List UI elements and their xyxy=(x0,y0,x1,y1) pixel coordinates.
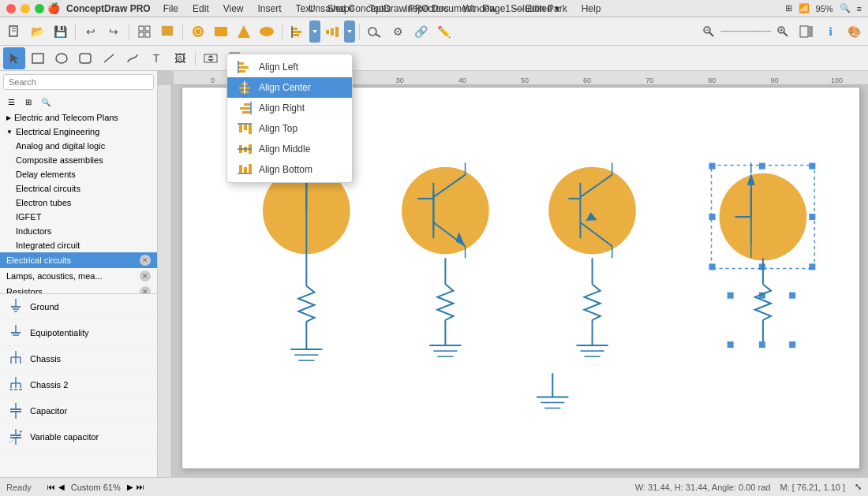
scroll-right-btn[interactable]: ⏭ xyxy=(137,483,144,491)
sub-label-analog: Analog and digital logic xyxy=(16,141,105,151)
misc-btn3[interactable]: 🔗 xyxy=(410,21,432,43)
line-tool[interactable] xyxy=(98,47,120,69)
rect-tool[interactable] xyxy=(27,47,49,69)
svg-marker-78 xyxy=(19,431,22,433)
sidebar-sub-composite[interactable]: Composite assemblies xyxy=(0,153,157,167)
svg-rect-8 xyxy=(162,29,173,32)
svg-rect-12 xyxy=(215,27,227,36)
sidebar-sub-integrated[interactable]: Integrated circuit xyxy=(0,238,157,252)
shape-chassis2[interactable]: Chassis 2 xyxy=(0,372,157,398)
sep1 xyxy=(75,24,76,39)
minimize-button[interactable] xyxy=(21,4,30,13)
open-button[interactable]: 📂 xyxy=(26,21,48,43)
redo-button[interactable]: ↪ xyxy=(103,21,125,43)
misc-btn4[interactable]: ✏️ xyxy=(432,21,455,43)
sub-label-igfet: IGFET xyxy=(16,212,41,222)
undo-button[interactable]: ↩ xyxy=(80,21,102,43)
sidebar-active-lamps[interactable]: Lamps, acoustics, mea... ✕ xyxy=(0,268,157,284)
search-input[interactable] xyxy=(3,74,154,90)
align-center-label: Align Center xyxy=(259,82,311,93)
zoom-out-btn[interactable] xyxy=(698,21,720,43)
align-left-btn[interactable] xyxy=(286,21,309,43)
sidebar-sub-electron-tubes[interactable]: Electron tubes xyxy=(0,196,157,210)
theme-btn[interactable]: 🎨 xyxy=(843,21,865,43)
shape-chassis[interactable]: Chassis xyxy=(0,346,157,372)
image-tool[interactable]: 🖼 xyxy=(169,47,191,69)
align-middle-item[interactable]: Align Middle xyxy=(227,139,352,159)
align-dropdown-btn[interactable] xyxy=(309,21,320,43)
rounded-rect-tool[interactable] xyxy=(74,47,96,69)
grid-view-btn[interactable]: ⊞ xyxy=(21,95,36,109)
align-center-icon xyxy=(237,81,253,94)
svg-rect-156 xyxy=(244,125,247,130)
layers-button[interactable] xyxy=(156,21,178,43)
shape-ground[interactable]: Ground xyxy=(0,294,157,320)
connector-tool[interactable] xyxy=(122,47,144,69)
misc-btn1[interactable] xyxy=(364,21,386,43)
sub-label-ec: Electrical circuits xyxy=(16,184,80,193)
sidebar-sub-delay[interactable]: Delay elements xyxy=(0,167,157,181)
new-button[interactable] xyxy=(3,21,25,43)
sidebar-sub-inductors[interactable]: Inductors xyxy=(0,224,157,238)
shape-btn2[interactable] xyxy=(210,21,232,43)
resize-handle[interactable]: ⤡ xyxy=(855,482,862,492)
grid-button[interactable] xyxy=(133,21,155,43)
menu-view[interactable]: View xyxy=(217,2,250,16)
page-prev-btn[interactable]: ◀ xyxy=(58,483,65,491)
scroll-left-btn[interactable]: ⏮ xyxy=(47,483,55,491)
shape-btn1[interactable] xyxy=(187,21,209,43)
shape-btn3[interactable] xyxy=(233,21,255,43)
list-view-btn[interactable]: ☰ xyxy=(3,95,19,109)
menu-insert[interactable]: Insert xyxy=(252,2,288,16)
svg-rect-17 xyxy=(292,34,299,36)
close-lamps-btn[interactable]: ✕ xyxy=(140,270,151,282)
misc-btn2[interactable]: ⚙ xyxy=(387,21,409,43)
close-button[interactable] xyxy=(6,4,16,13)
align-bottom-item[interactable]: Align Bottom xyxy=(227,159,352,180)
close-resistors-btn[interactable]: ✕ xyxy=(140,286,151,293)
close-ec-btn[interactable]: ✕ xyxy=(140,255,151,266)
menu-edit[interactable]: Edit xyxy=(186,2,215,16)
sidebar-item-electrical-engineering[interactable]: ▼ Electrical Engineering xyxy=(0,125,157,139)
distribute-dropdown-btn[interactable] xyxy=(344,21,355,43)
info-btn[interactable]: ℹ xyxy=(819,21,841,43)
shape-btn4[interactable] xyxy=(256,21,278,43)
distribute-btn[interactable] xyxy=(321,21,343,43)
status-text: Ready xyxy=(6,483,32,492)
align-left-icon xyxy=(237,61,253,73)
menu-icon[interactable]: ≡ xyxy=(857,4,862,13)
sidebar-active-ec[interactable]: Electrical circuits ✕ xyxy=(0,252,157,268)
text-tool[interactable]: T xyxy=(145,47,167,69)
shape-capacitor[interactable]: Capacitor xyxy=(0,398,157,424)
ellipse-tool[interactable] xyxy=(51,47,73,69)
apple-icon: 🍎 xyxy=(47,2,60,14)
zoom-in-btn[interactable] xyxy=(772,21,794,43)
save-button[interactable]: 💾 xyxy=(49,21,71,43)
panel-toggle-btn[interactable] xyxy=(795,21,817,43)
shape-var-cap[interactable]: Variable capacitor xyxy=(0,424,157,450)
align-right-item[interactable]: Align Right xyxy=(227,98,352,118)
sidebar-active-resistors[interactable]: Resistors ✕ xyxy=(0,284,157,293)
align-top-item[interactable]: Align Top xyxy=(227,118,352,139)
svg-rect-142 xyxy=(789,341,795,348)
select-tool[interactable] xyxy=(3,47,25,69)
sep4 xyxy=(282,24,282,39)
menu-help[interactable]: Help xyxy=(575,2,608,16)
titlebar: 🍎 ConceptDraw PRO File Edit View Insert … xyxy=(0,0,868,17)
active-resistors-label: Resistors xyxy=(6,287,43,293)
zoom-slider[interactable]: ───────── xyxy=(720,27,771,35)
menu-file[interactable]: File xyxy=(157,2,185,16)
sep3 xyxy=(182,24,183,39)
align-center-item[interactable]: Align Center xyxy=(227,77,352,98)
maximize-button[interactable] xyxy=(35,4,44,13)
sidebar-sub-electrical-circuits[interactable]: Electrical circuits xyxy=(0,181,157,196)
fit-btn[interactable] xyxy=(200,47,222,69)
sidebar-sub-igfet[interactable]: IGFET xyxy=(0,210,157,224)
search-mode-btn[interactable]: 🔍 xyxy=(38,95,54,109)
page-next-btn[interactable]: ▶ xyxy=(127,483,133,491)
sidebar-sub-analog[interactable]: Analog and digital logic xyxy=(0,139,157,153)
align-left-item[interactable]: Align Left xyxy=(227,57,352,77)
sidebar-item-electric-telecom[interactable]: ▶ Electric and Telecom Plans xyxy=(0,110,157,125)
search-icon[interactable]: 🔍 xyxy=(840,3,851,13)
shape-equip[interactable]: Equipotentiality xyxy=(0,320,157,346)
